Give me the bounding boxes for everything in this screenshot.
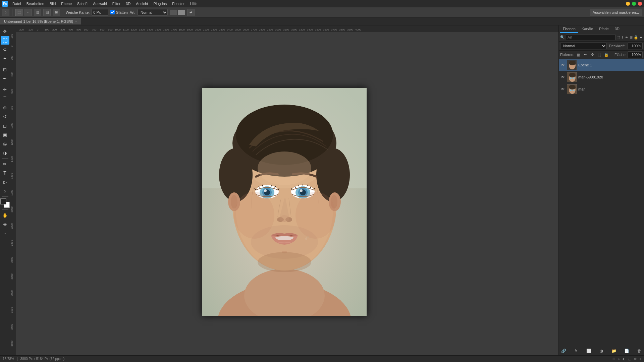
document-tab[interactable]: Unbenannt-1 bei 16,8% (Ebene 1, RGB/8) × bbox=[0, 18, 81, 24]
layer-group-btn[interactable]: 📁 bbox=[611, 348, 618, 354]
menu-3d[interactable]: 3D bbox=[123, 1, 133, 6]
status-icon-1[interactable]: ⊞ bbox=[612, 357, 615, 361]
selection-tool[interactable] bbox=[1, 36, 9, 45]
opacity-input[interactable] bbox=[628, 43, 643, 49]
ebenen-tab[interactable]: Ebenen bbox=[560, 25, 578, 33]
eraser-tool[interactable]: ◻ bbox=[1, 121, 9, 130]
menu-filter[interactable]: Filter bbox=[110, 1, 123, 6]
heal-tool[interactable]: ✛ bbox=[1, 85, 9, 94]
layer-filter-btn3[interactable]: ✒ bbox=[625, 34, 629, 40]
more-tools-btn[interactable]: ··· bbox=[1, 229, 9, 238]
color-box-1[interactable] bbox=[170, 10, 177, 15]
layer-visibility-ebene1[interactable]: 👁 bbox=[560, 62, 566, 68]
weiche-kante-input[interactable] bbox=[92, 9, 108, 16]
menu-ebene[interactable]: Ebene bbox=[59, 1, 74, 6]
fill-label: Fläche: bbox=[614, 53, 627, 57]
extra-select-btn[interactable]: ⊞ bbox=[53, 9, 60, 16]
brush-tool[interactable]: ⌒ bbox=[1, 94, 9, 103]
shape-tool[interactable]: ○ bbox=[1, 187, 9, 195]
zoom-tool[interactable]: ⊕ bbox=[1, 220, 9, 229]
layer-visibility-man[interactable]: 👁 bbox=[560, 86, 566, 92]
maximize-button[interactable] bbox=[632, 2, 636, 6]
layer-filter-toggle[interactable]: ● bbox=[639, 34, 643, 40]
canvas-area[interactable]: -200 -100 0 100 200 300 400 500 600 700 … bbox=[10, 25, 558, 355]
status-icon-5[interactable]: ⊕ bbox=[634, 357, 637, 361]
move-tool[interactable]: ✥ bbox=[1, 27, 9, 36]
auswahlen-maskieren-button[interactable]: Auswählen und maskieren... bbox=[590, 9, 642, 16]
blend-mode-select[interactable]: Normal bbox=[560, 43, 607, 49]
layer-filter-btn4[interactable]: ⊞ bbox=[630, 34, 633, 40]
lock-all-btn[interactable]: 🔒 bbox=[603, 52, 609, 58]
layer-mask-btn[interactable]: ⬜ bbox=[585, 348, 592, 354]
close-button[interactable] bbox=[638, 2, 642, 6]
menu-bild[interactable]: Bild bbox=[47, 1, 58, 6]
lock-pixels-btn[interactable]: ✒ bbox=[582, 52, 588, 58]
crop-tool[interactable]: ⊡ bbox=[1, 65, 9, 74]
menu-datei[interactable]: Datei bbox=[10, 1, 23, 6]
kanale-tab[interactable]: Kanäle bbox=[579, 25, 596, 33]
lock-position-btn[interactable]: ✛ bbox=[589, 52, 595, 58]
layer-item-man[interactable]: 👁 man bbox=[559, 83, 644, 95]
foreground-color[interactable] bbox=[0, 198, 6, 204]
layer-filter-btn1[interactable]: ⬚ bbox=[616, 34, 620, 40]
layer-name-ebene1: Ebene 1 bbox=[578, 63, 643, 67]
history-brush-tool[interactable]: ↺ bbox=[1, 112, 9, 121]
blur-tool[interactable]: ◎ bbox=[1, 139, 9, 148]
status-icon-6[interactable]: ○ bbox=[639, 357, 641, 361]
app-icon: Ps bbox=[2, 1, 8, 7]
blend-mode-row: Normal Deckkraft: bbox=[559, 42, 644, 51]
layer-fx-btn[interactable]: fx bbox=[573, 348, 580, 354]
color-box-2[interactable] bbox=[178, 10, 185, 15]
menu-ansicht[interactable]: Ansicht bbox=[133, 1, 150, 6]
layer-item-ebene1[interactable]: 👁 Ebene 1 bbox=[559, 59, 644, 71]
menu-plugins[interactable]: Plug-ins bbox=[151, 1, 169, 6]
layer-delete-btn[interactable]: 🗑 bbox=[636, 348, 643, 354]
magic-wand-tool[interactable]: ✦ bbox=[1, 54, 9, 63]
glatten-checkbox[interactable] bbox=[110, 10, 115, 14]
layer-item-man2[interactable]: 👁 man-59081920 bbox=[559, 71, 644, 83]
menu-bearbeiten[interactable]: Bearbeiten bbox=[24, 1, 47, 6]
art-dropdown[interactable]: Normal bbox=[138, 9, 168, 16]
dodge-tool[interactable]: ◑ bbox=[1, 148, 9, 157]
layer-new-btn[interactable]: 📄 bbox=[623, 348, 630, 354]
separator-1 bbox=[12, 9, 12, 16]
3d-tab[interactable]: 3D bbox=[612, 25, 622, 33]
lock-transparent-btn[interactable]: ▩ bbox=[575, 52, 581, 58]
layer-filter-btn5[interactable]: 🔒 bbox=[634, 34, 638, 40]
layer-adj-btn[interactable]: ◑ bbox=[598, 348, 605, 354]
type-tool[interactable]: T bbox=[1, 169, 9, 177]
status-icon-2[interactable]: ⌕ bbox=[618, 357, 620, 361]
tab-close-btn[interactable]: × bbox=[75, 20, 77, 23]
menu-hilfe[interactable]: Hilfe bbox=[187, 1, 200, 6]
rect-select-btn[interactable]: ⬚ bbox=[15, 9, 22, 16]
path-selection-tool[interactable]: ▷ bbox=[1, 178, 9, 186]
status-icon-3[interactable]: ◐ bbox=[623, 357, 626, 361]
row-select-btn[interactable]: ▤ bbox=[43, 9, 51, 16]
layer-visibility-man2[interactable]: 👁 bbox=[560, 74, 566, 80]
col-select-btn[interactable]: ▥ bbox=[34, 9, 41, 16]
home-button[interactable]: ⌂ bbox=[2, 9, 9, 16]
lock-artboard-btn[interactable]: ⬚ bbox=[596, 52, 602, 58]
lasso-tool[interactable]: ⊂ bbox=[1, 45, 9, 54]
menu-schrift[interactable]: Schrift bbox=[75, 1, 90, 6]
menu-auswahl[interactable]: Auswahl bbox=[91, 1, 109, 6]
hand-tool[interactable]: ✋ bbox=[1, 211, 9, 220]
menu-fenster[interactable]: Fenster bbox=[170, 1, 187, 6]
ellipse-select-btn[interactable]: ○ bbox=[24, 9, 32, 16]
zoom-level: 16,78% bbox=[3, 357, 14, 361]
swap-colors-btn[interactable]: ⇌ bbox=[187, 9, 195, 16]
separator-2 bbox=[2, 84, 8, 84]
layer-search-input[interactable] bbox=[566, 34, 615, 40]
photo-canvas[interactable] bbox=[202, 88, 367, 316]
pfade-tab[interactable]: Pfade bbox=[596, 25, 611, 33]
layer-filter-btn2[interactable]: T bbox=[621, 34, 624, 40]
status-icon-4[interactable]: ⬚ bbox=[628, 357, 631, 361]
gradient-tool[interactable]: ▣ bbox=[1, 130, 9, 139]
layer-link-btn[interactable]: 🔗 bbox=[560, 348, 567, 354]
pen-tool[interactable]: ✏ bbox=[1, 160, 9, 168]
color-swatches[interactable] bbox=[0, 198, 10, 208]
clone-tool[interactable]: ⊕ bbox=[1, 103, 9, 112]
fill-input[interactable] bbox=[628, 51, 643, 58]
minimize-button[interactable] bbox=[626, 2, 630, 6]
eyedropper-tool[interactable]: ✒ bbox=[1, 74, 9, 83]
